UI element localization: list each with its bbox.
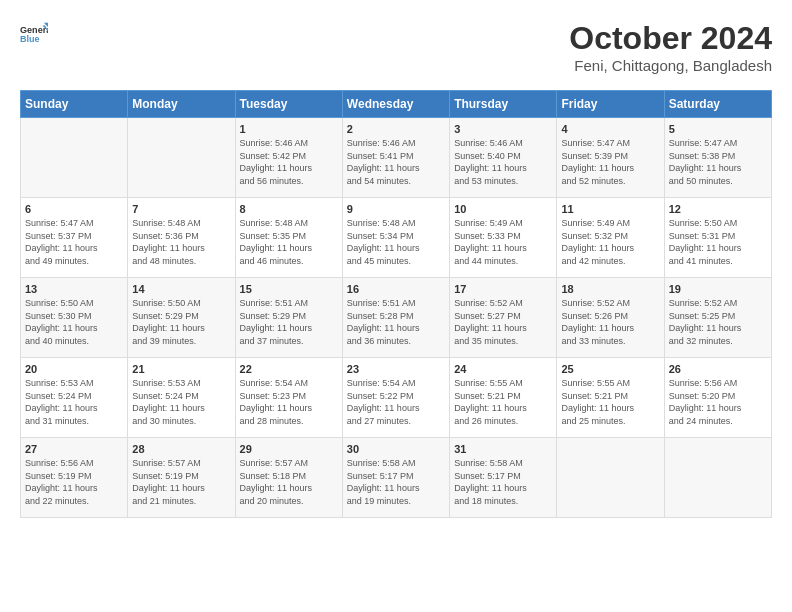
calendar-cell: 19Sunrise: 5:52 AM Sunset: 5:25 PM Dayli… [664,278,771,358]
calendar-cell: 21Sunrise: 5:53 AM Sunset: 5:24 PM Dayli… [128,358,235,438]
week-row-5: 27Sunrise: 5:56 AM Sunset: 5:19 PM Dayli… [21,438,772,518]
day-info: Sunrise: 5:58 AM Sunset: 5:17 PM Dayligh… [454,457,552,507]
day-info: Sunrise: 5:54 AM Sunset: 5:22 PM Dayligh… [347,377,445,427]
day-info: Sunrise: 5:46 AM Sunset: 5:40 PM Dayligh… [454,137,552,187]
calendar-table: SundayMondayTuesdayWednesdayThursdayFrid… [20,90,772,518]
day-number: 25 [561,363,659,375]
location-subtitle: Feni, Chittagong, Bangladesh [569,57,772,74]
weekday-header-monday: Monday [128,91,235,118]
day-info: Sunrise: 5:51 AM Sunset: 5:29 PM Dayligh… [240,297,338,347]
calendar-cell: 20Sunrise: 5:53 AM Sunset: 5:24 PM Dayli… [21,358,128,438]
logo-icon: General Blue [20,20,48,48]
calendar-cell: 13Sunrise: 5:50 AM Sunset: 5:30 PM Dayli… [21,278,128,358]
day-number: 18 [561,283,659,295]
week-row-1: 1Sunrise: 5:46 AM Sunset: 5:42 PM Daylig… [21,118,772,198]
day-number: 1 [240,123,338,135]
calendar-cell [557,438,664,518]
weekday-header-wednesday: Wednesday [342,91,449,118]
day-info: Sunrise: 5:50 AM Sunset: 5:31 PM Dayligh… [669,217,767,267]
day-number: 8 [240,203,338,215]
calendar-cell: 15Sunrise: 5:51 AM Sunset: 5:29 PM Dayli… [235,278,342,358]
calendar-cell: 25Sunrise: 5:55 AM Sunset: 5:21 PM Dayli… [557,358,664,438]
weekday-header-thursday: Thursday [450,91,557,118]
svg-text:Blue: Blue [20,34,40,44]
calendar-cell: 1Sunrise: 5:46 AM Sunset: 5:42 PM Daylig… [235,118,342,198]
calendar-cell: 22Sunrise: 5:54 AM Sunset: 5:23 PM Dayli… [235,358,342,438]
day-number: 6 [25,203,123,215]
day-info: Sunrise: 5:46 AM Sunset: 5:41 PM Dayligh… [347,137,445,187]
day-info: Sunrise: 5:48 AM Sunset: 5:34 PM Dayligh… [347,217,445,267]
weekday-header-sunday: Sunday [21,91,128,118]
calendar-cell: 5Sunrise: 5:47 AM Sunset: 5:38 PM Daylig… [664,118,771,198]
day-info: Sunrise: 5:52 AM Sunset: 5:26 PM Dayligh… [561,297,659,347]
weekday-header-saturday: Saturday [664,91,771,118]
weekday-header-row: SundayMondayTuesdayWednesdayThursdayFrid… [21,91,772,118]
day-number: 11 [561,203,659,215]
day-info: Sunrise: 5:53 AM Sunset: 5:24 PM Dayligh… [25,377,123,427]
calendar-cell: 8Sunrise: 5:48 AM Sunset: 5:35 PM Daylig… [235,198,342,278]
day-number: 27 [25,443,123,455]
day-info: Sunrise: 5:52 AM Sunset: 5:25 PM Dayligh… [669,297,767,347]
day-info: Sunrise: 5:47 AM Sunset: 5:37 PM Dayligh… [25,217,123,267]
calendar-cell: 14Sunrise: 5:50 AM Sunset: 5:29 PM Dayli… [128,278,235,358]
calendar-cell: 3Sunrise: 5:46 AM Sunset: 5:40 PM Daylig… [450,118,557,198]
day-info: Sunrise: 5:49 AM Sunset: 5:33 PM Dayligh… [454,217,552,267]
day-info: Sunrise: 5:48 AM Sunset: 5:35 PM Dayligh… [240,217,338,267]
calendar-cell: 28Sunrise: 5:57 AM Sunset: 5:19 PM Dayli… [128,438,235,518]
weekday-header-friday: Friday [557,91,664,118]
calendar-cell: 10Sunrise: 5:49 AM Sunset: 5:33 PM Dayli… [450,198,557,278]
day-number: 10 [454,203,552,215]
week-row-2: 6Sunrise: 5:47 AM Sunset: 5:37 PM Daylig… [21,198,772,278]
calendar-cell: 23Sunrise: 5:54 AM Sunset: 5:22 PM Dayli… [342,358,449,438]
calendar-cell: 30Sunrise: 5:58 AM Sunset: 5:17 PM Dayli… [342,438,449,518]
day-info: Sunrise: 5:50 AM Sunset: 5:29 PM Dayligh… [132,297,230,347]
day-info: Sunrise: 5:57 AM Sunset: 5:19 PM Dayligh… [132,457,230,507]
calendar-cell: 26Sunrise: 5:56 AM Sunset: 5:20 PM Dayli… [664,358,771,438]
day-number: 7 [132,203,230,215]
day-number: 15 [240,283,338,295]
day-number: 2 [347,123,445,135]
month-title: October 2024 [569,20,772,57]
day-info: Sunrise: 5:52 AM Sunset: 5:27 PM Dayligh… [454,297,552,347]
day-number: 21 [132,363,230,375]
calendar-cell: 7Sunrise: 5:48 AM Sunset: 5:36 PM Daylig… [128,198,235,278]
day-number: 20 [25,363,123,375]
day-number: 26 [669,363,767,375]
calendar-cell: 6Sunrise: 5:47 AM Sunset: 5:37 PM Daylig… [21,198,128,278]
day-info: Sunrise: 5:56 AM Sunset: 5:20 PM Dayligh… [669,377,767,427]
day-number: 23 [347,363,445,375]
day-number: 13 [25,283,123,295]
day-number: 29 [240,443,338,455]
day-number: 22 [240,363,338,375]
calendar-cell: 31Sunrise: 5:58 AM Sunset: 5:17 PM Dayli… [450,438,557,518]
day-number: 16 [347,283,445,295]
day-info: Sunrise: 5:46 AM Sunset: 5:42 PM Dayligh… [240,137,338,187]
day-info: Sunrise: 5:56 AM Sunset: 5:19 PM Dayligh… [25,457,123,507]
calendar-cell [128,118,235,198]
day-info: Sunrise: 5:57 AM Sunset: 5:18 PM Dayligh… [240,457,338,507]
day-info: Sunrise: 5:55 AM Sunset: 5:21 PM Dayligh… [454,377,552,427]
day-number: 31 [454,443,552,455]
day-info: Sunrise: 5:47 AM Sunset: 5:38 PM Dayligh… [669,137,767,187]
day-info: Sunrise: 5:49 AM Sunset: 5:32 PM Dayligh… [561,217,659,267]
calendar-cell: 4Sunrise: 5:47 AM Sunset: 5:39 PM Daylig… [557,118,664,198]
day-number: 19 [669,283,767,295]
day-number: 5 [669,123,767,135]
calendar-cell [21,118,128,198]
day-number: 9 [347,203,445,215]
calendar-cell: 27Sunrise: 5:56 AM Sunset: 5:19 PM Dayli… [21,438,128,518]
weekday-header-tuesday: Tuesday [235,91,342,118]
day-info: Sunrise: 5:53 AM Sunset: 5:24 PM Dayligh… [132,377,230,427]
header: General Blue October 2024 Feni, Chittago… [20,20,772,74]
calendar-cell: 9Sunrise: 5:48 AM Sunset: 5:34 PM Daylig… [342,198,449,278]
day-number: 28 [132,443,230,455]
calendar-cell [664,438,771,518]
calendar-cell: 16Sunrise: 5:51 AM Sunset: 5:28 PM Dayli… [342,278,449,358]
day-number: 30 [347,443,445,455]
calendar-cell: 12Sunrise: 5:50 AM Sunset: 5:31 PM Dayli… [664,198,771,278]
week-row-3: 13Sunrise: 5:50 AM Sunset: 5:30 PM Dayli… [21,278,772,358]
week-row-4: 20Sunrise: 5:53 AM Sunset: 5:24 PM Dayli… [21,358,772,438]
day-number: 24 [454,363,552,375]
day-number: 12 [669,203,767,215]
day-number: 4 [561,123,659,135]
